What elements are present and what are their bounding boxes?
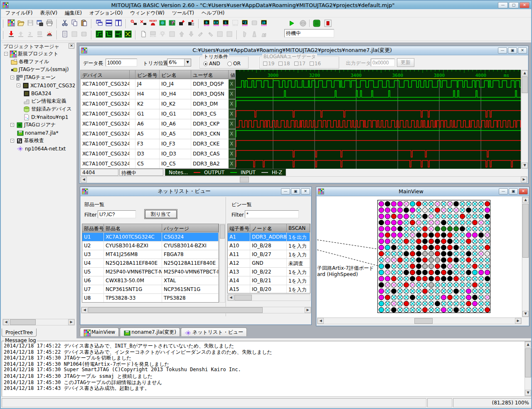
bga-ball[interactable] [416,257,421,263]
bga-ball[interactable] [397,214,403,219]
bga-ball[interactable] [485,282,490,288]
scroll-thumb[interactable] [234,295,252,301]
bga-ball[interactable] [460,307,465,313]
bga-ball[interactable] [435,239,440,244]
bga-ball[interactable] [472,201,478,207]
scroll-left-icon[interactable]: ◀ [3,319,9,325]
bga-ball[interactable] [379,276,384,281]
bga-ball[interactable] [435,245,440,250]
bga-ball[interactable] [472,264,478,269]
wave-toggle-button[interactable] [123,30,133,39]
scroll-thumb[interactable] [414,318,433,324]
bga-ball[interactable] [485,201,490,207]
bga-ball[interactable] [447,288,453,294]
bga-ball[interactable] [453,207,459,213]
bga-ball[interactable] [416,201,421,207]
close-icon[interactable]: ✕ [520,2,530,8]
bga-ball[interactable] [404,295,409,300]
bga-ball[interactable] [472,282,478,288]
bga-ball[interactable] [422,276,428,281]
scroll-thumb[interactable] [220,224,225,239]
bga-ball[interactable] [429,307,434,313]
pins-table-row[interactable]: A15IO_B/201を入力 [228,285,310,293]
bga-ball[interactable] [429,282,434,288]
bga-ball[interactable] [460,257,465,263]
maximize-icon[interactable]: ▢ [509,2,519,8]
bga-ball[interactable] [441,257,446,263]
bga-ball[interactable] [472,251,478,256]
bga-ball[interactable] [379,220,384,225]
bga-ball[interactable] [485,232,490,238]
bga-ball[interactable] [410,214,415,219]
log-vscrollbar[interactable]: ▲ ▼ [525,341,532,396]
bga-ball[interactable] [379,226,384,232]
mainview-restore-icon[interactable]: ▣ [509,188,518,195]
menu-o[interactable]: オプション(O) [86,9,126,17]
pin-table-row[interactable]: XC7A100T_CSG324G1IO_G1DDR3_CSX [81,109,235,119]
bga-ball[interactable] [397,276,403,281]
bga-ball[interactable] [441,307,446,313]
bga-ball[interactable] [397,207,403,213]
tile-vertical-button[interactable] [113,19,123,28]
bga-ball[interactable] [410,239,415,244]
scroll-thumb[interactable] [240,177,249,182]
bga-ball[interactable] [466,257,471,263]
bga-ball[interactable] [429,276,434,281]
bga-ball[interactable] [422,307,428,313]
bga-ball[interactable] [453,251,459,256]
bga-ball[interactable] [453,295,459,300]
bga-ball[interactable] [422,288,428,294]
bga-ball[interactable] [453,264,459,269]
bga-ball[interactable] [404,282,409,288]
bga-ball[interactable] [453,257,459,263]
device-dialog-button[interactable] [35,19,44,28]
scroll-up-icon[interactable]: ▲ [525,342,531,347]
bga-ball[interactable] [460,282,465,288]
tree-item-xc7a100tcsg324[interactable]: -XC7A100T_CSG324 [2,81,75,89]
jtag-z-button[interactable]: *Z [240,19,249,28]
bga-ball[interactable] [447,307,453,313]
tree-item-[interactable]: ピン情報未定義 [2,97,75,105]
pins-table-row[interactable]: A13IO_B/221を入力 [228,268,310,276]
bga-ball[interactable] [429,251,434,256]
bga-ball[interactable] [391,214,397,219]
column-header[interactable]: ノード名 [250,224,287,232]
bga-ball[interactable] [453,232,459,238]
bga-ball[interactable] [466,220,471,225]
alarm-lamp-button[interactable] [44,30,54,39]
bga-ball[interactable] [379,245,384,250]
scroll-left-icon[interactable]: ◀ [81,177,87,182]
bga-ball[interactable] [472,232,478,238]
radio-or[interactable]: OR [227,61,241,67]
pins-table-row[interactable]: A12GND未調査 [228,259,310,268]
bga-ball[interactable] [466,251,471,256]
bga-ball[interactable] [447,270,453,275]
assign-button[interactable]: 割り当て [144,209,177,219]
bga-ball[interactable] [379,239,384,244]
pins-table-row[interactable]: A1DDR3_ADDR81を出力 [228,233,310,241]
bga-ball[interactable] [410,301,415,306]
bga-ball[interactable] [453,239,459,244]
minimize-icon[interactable]: — [498,2,508,8]
bga-ball[interactable] [429,264,434,269]
tree-expander-icon[interactable]: - [10,139,14,143]
jtag-b-button[interactable]: B [202,19,211,28]
bga-ball[interactable] [472,207,478,213]
bga-ball[interactable] [416,301,421,306]
new-doc-button[interactable] [138,30,148,39]
bga-ball[interactable] [472,276,478,281]
bga-ball[interactable] [391,226,397,232]
new-project-button[interactable] [6,19,16,28]
menu-h[interactable]: ヘルプ(H) [198,9,228,17]
menu-e[interactable]: 編集(E) [61,9,86,17]
doc-tab-noname7jla[interactable]: noname7.jla(変更) [120,328,180,336]
bga-ball[interactable] [397,288,403,294]
bga-ball[interactable] [453,226,459,232]
column-header[interactable]: BSCAN [287,224,310,232]
toolbar-drag-handle[interactable] [2,20,3,28]
bga-ball[interactable] [472,226,478,232]
scroll-right-icon[interactable]: ▶ [515,318,521,324]
pin-table-row[interactable]: XC7A100T_CSG324C5IO_C5DDR3_BA2X [81,159,235,169]
bga-ball[interactable] [453,282,459,288]
bga-ball[interactable] [472,307,478,313]
